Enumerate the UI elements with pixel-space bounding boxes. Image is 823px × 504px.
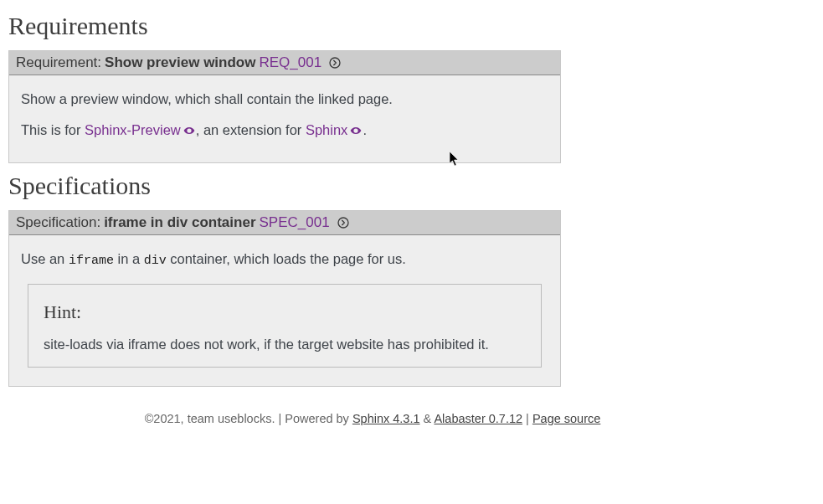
requirement-header: Requirement: Show preview window REQ_001 <box>9 51 560 75</box>
requirement-type-label: Requirement: <box>16 54 101 71</box>
footer-separator: | <box>522 412 532 425</box>
specification-body: Use an iframe in a div container, which … <box>9 235 560 386</box>
arrow-circle-right-icon[interactable] <box>337 216 350 229</box>
specification-type-label: Specification: <box>16 214 100 231</box>
specification-header: Specification: iframe in div container S… <box>9 211 560 235</box>
svg-point-3 <box>338 218 348 228</box>
specification-card: Specification: iframe in div container S… <box>8 210 561 387</box>
footer-separator: | Powered by <box>278 412 352 425</box>
specifications-heading: Specifications <box>8 172 561 200</box>
eye-icon <box>183 125 196 136</box>
requirements-heading: Requirements <box>8 12 561 40</box>
specification-id-link[interactable]: SPEC_001 <box>260 214 330 231</box>
footer: ©2021, team useblocks. | Powered by Sphi… <box>8 412 737 425</box>
svg-point-2 <box>355 129 357 131</box>
svg-point-0 <box>330 58 340 68</box>
hint-admonition: Hint: site-loads via iframe does not wor… <box>28 284 542 368</box>
sphinx-preview-link[interactable]: Sphinx-Preview <box>85 122 196 137</box>
eye-icon <box>349 125 363 136</box>
sphinx-link[interactable]: Sphinx <box>306 122 363 137</box>
copyright-text: ©2021, team useblocks. <box>145 412 279 425</box>
code-iframe: iframe <box>69 254 114 268</box>
requirement-id-link[interactable]: REQ_001 <box>259 54 321 71</box>
sphinx-version-link[interactable]: Sphinx 4.3.1 <box>352 412 420 425</box>
requirement-card: Requirement: Show preview window REQ_001… <box>8 50 561 163</box>
requirement-context: This is for Sphinx-Preview, an extension… <box>21 120 548 141</box>
hint-title: Hint: <box>44 298 526 326</box>
code-div: div <box>144 254 167 268</box>
hint-body: site-loads via iframe does not work, if … <box>44 334 526 355</box>
footer-ampersand: & <box>420 412 435 425</box>
svg-point-1 <box>188 129 190 131</box>
alabaster-version-link[interactable]: Alabaster 0.7.12 <box>434 412 522 425</box>
requirement-description: Show a preview window, which shall conta… <box>21 89 548 110</box>
requirement-title: Show preview window <box>105 54 255 71</box>
page-source-link[interactable]: Page source <box>532 412 600 425</box>
specification-description: Use an iframe in a div container, which … <box>21 249 548 271</box>
specification-title: iframe in div container <box>104 214 255 231</box>
requirement-body: Show a preview window, which shall conta… <box>9 75 560 162</box>
arrow-circle-right-icon[interactable] <box>328 56 342 69</box>
